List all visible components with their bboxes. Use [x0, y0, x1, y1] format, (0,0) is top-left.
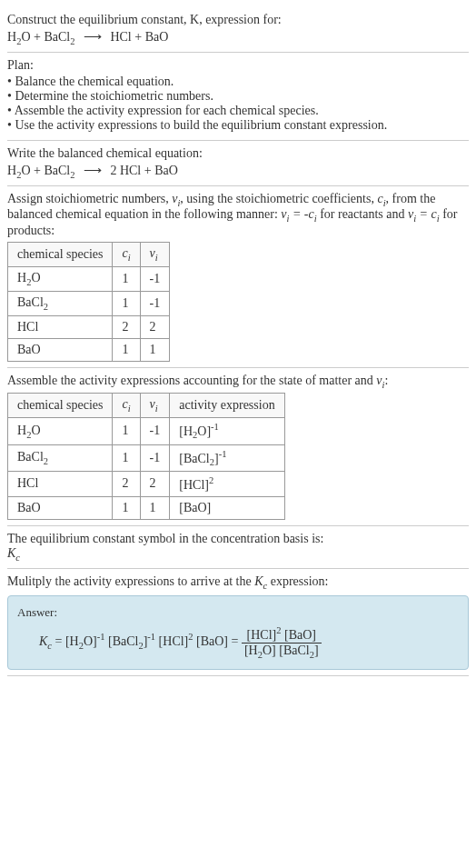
table-row: BaCl2 1 -1 [BaCl2]-1: [8, 444, 285, 471]
balanced-section: Write the balanced chemical equation: H2…: [7, 141, 469, 186]
col-c: ci: [113, 394, 140, 418]
nu-symbol: νi: [172, 192, 180, 205]
activity-section: Assemble the activity expressions accoun…: [7, 368, 469, 526]
c-cell: 1: [113, 338, 140, 361]
balanced-right: 2 HCl + BaO: [110, 164, 177, 177]
table-row: BaO 1 1 [BaO]: [8, 496, 285, 519]
table-row: BaCl2 1 -1: [8, 291, 170, 315]
activity-cell: [HCl]2: [170, 472, 284, 497]
header-section: Construct the equilibrium constant, K, e…: [7, 7, 469, 53]
c-cell: 1: [113, 496, 140, 519]
table-row: HCl 2 2: [8, 315, 170, 338]
activity-cell: [H2O]-1: [170, 418, 284, 444]
intro-text: Assign stoichiometric numbers,: [7, 192, 172, 205]
equation-right: HCl + BaO: [110, 30, 168, 44]
activity-cell: [BaCl2]-1: [170, 444, 284, 471]
c-cell: 1: [113, 418, 140, 444]
intro-text: :: [384, 374, 388, 387]
term-bacl2: [BaCl2]-1: [104, 634, 155, 648]
nu-cell: 2: [140, 472, 170, 497]
col-activity: activity expression: [170, 394, 284, 418]
plan-title: Plan:: [7, 58, 469, 73]
c-cell: 1: [113, 444, 140, 471]
fraction: [HCl]2 [BaO][H2O] [BaCl2]: [242, 625, 322, 659]
balanced-left: H2O + BaCl2: [7, 164, 74, 177]
eq-reactants: νi = -ci: [281, 207, 316, 221]
nu-cell: -1: [140, 291, 170, 315]
multiply-text-part: expression:: [267, 574, 328, 588]
reaction-arrow: ⟶: [84, 29, 102, 45]
col-species: chemical species: [8, 394, 113, 418]
unbalanced-equation: H2O + BaCl2 ⟶ HCl + BaO: [7, 29, 469, 46]
balanced-title: Write the balanced chemical equation:: [7, 146, 469, 161]
symbol-section: The equilibrium constant symbol in the c…: [7, 526, 469, 569]
plan-item: Balance the chemical equation.: [7, 75, 469, 89]
balanced-equation: H2O + BaCl2 ⟶ 2 HCl + BaO: [7, 163, 469, 180]
eq-products: νi = ci: [408, 207, 440, 221]
nu-cell: 1: [140, 338, 170, 361]
c-cell: 1: [113, 266, 140, 291]
intro-text: , using the stoichiometric coefficients,: [180, 192, 377, 205]
term-hcl: [HCl]2: [155, 634, 193, 648]
species-cell: BaO: [8, 338, 113, 361]
prompt-text: Construct the equilibrium constant, K, e…: [7, 13, 469, 27]
plan-item: Use the activity expressions to build th…: [7, 118, 469, 133]
term-bao: [BaO]: [193, 634, 229, 648]
multiply-text-part: Mulitply the activity expressions to arr…: [7, 574, 254, 588]
answer-box: Answer: Kc = [H2O]-1 [BaCl2]-1 [HCl]2 [B…: [7, 595, 469, 669]
stoich-table: chemical species ci νi H2O 1 -1 BaCl2 1 …: [7, 242, 170, 361]
activity-table: chemical species ci νi activity expressi…: [7, 393, 285, 519]
kc-var: Kc: [39, 634, 52, 648]
plan-section: Plan: Balance the chemical equation. Det…: [7, 53, 469, 141]
col-species: chemical species: [8, 243, 113, 267]
c-cell: 2: [113, 472, 140, 497]
col-c: ci: [113, 243, 140, 267]
table-row: H2O 1 -1 [H2O]-1: [8, 418, 285, 444]
table-row: H2O 1 -1: [8, 266, 170, 291]
answer-equation: Kc = [H2O]-1 [BaCl2]-1 [HCl]2 [BaO] = [H…: [17, 625, 459, 659]
equation-left: H2O + BaCl2: [7, 30, 74, 44]
numerator: [HCl]2 [BaO]: [242, 625, 322, 644]
intro-text: for reactants and: [317, 207, 408, 221]
stoich-intro: Assign stoichiometric numbers, νi, using…: [7, 192, 469, 239]
nu-cell: 1: [140, 496, 170, 519]
symbol-text: The equilibrium constant symbol in the c…: [7, 532, 469, 546]
term-h2o: [H2O]-1: [65, 634, 105, 648]
table-row: BaO 1 1: [8, 338, 170, 361]
species-cell: HCl: [8, 472, 113, 497]
species-cell: BaO: [8, 496, 113, 519]
species-cell: H2O: [8, 266, 113, 291]
species-cell: BaCl2: [8, 291, 113, 315]
activity-cell: [BaO]: [170, 496, 284, 519]
c-cell: 2: [113, 315, 140, 338]
plan-item: Determine the stoichiometric numbers.: [7, 89, 469, 104]
col-nu: νi: [140, 243, 170, 267]
answer-label: Answer:: [17, 605, 459, 620]
col-nu: νi: [140, 394, 170, 418]
multiply-text: Mulitply the activity expressions to arr…: [7, 574, 469, 591]
kc-inline: Kc: [254, 574, 267, 588]
species-cell: BaCl2: [8, 444, 113, 471]
nu-cell: -1: [140, 266, 170, 291]
kc-symbol: Kc: [7, 546, 469, 563]
nu-cell: -1: [140, 418, 170, 444]
multiply-section: Mulitply the activity expressions to arr…: [7, 569, 469, 676]
equals2: =: [228, 634, 242, 648]
table-header-row: chemical species ci νi activity expressi…: [8, 394, 285, 418]
activity-intro: Assemble the activity expressions accoun…: [7, 374, 469, 390]
reaction-arrow: ⟶: [84, 163, 102, 178]
table-header-row: chemical species ci νi: [8, 243, 170, 267]
equals: =: [52, 634, 65, 648]
c-symbol: ci: [377, 192, 385, 205]
species-cell: HCl: [8, 315, 113, 338]
denominator: [H2O] [BaCl2]: [242, 644, 322, 660]
table-row: HCl 2 2 [HCl]2: [8, 472, 285, 497]
nu-cell: 2: [140, 315, 170, 338]
plan-item: Assemble the activity expression for eac…: [7, 104, 469, 118]
c-cell: 1: [113, 291, 140, 315]
stoich-section: Assign stoichiometric numbers, νi, using…: [7, 186, 469, 368]
species-cell: H2O: [8, 418, 113, 444]
plan-list: Balance the chemical equation. Determine…: [7, 75, 469, 133]
intro-text: Assemble the activity expressions accoun…: [7, 374, 376, 387]
nu-cell: -1: [140, 444, 170, 471]
